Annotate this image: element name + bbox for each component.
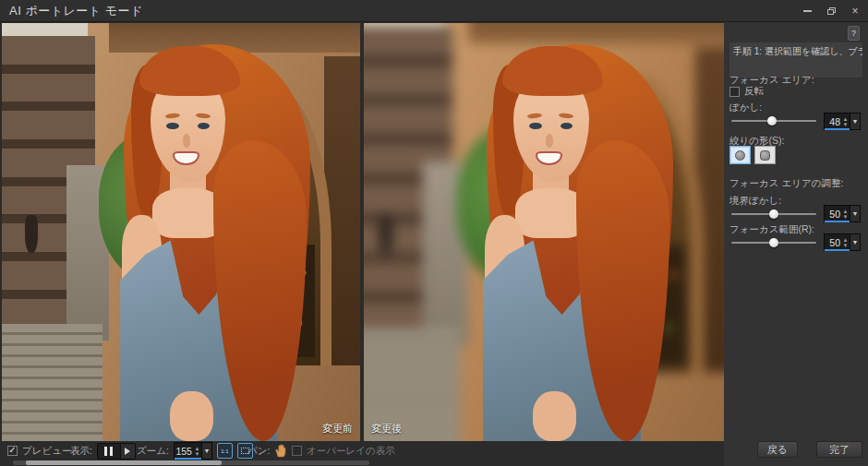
blur-value[interactable]: 48 xyxy=(825,114,841,129)
single-view-button[interactable] xyxy=(121,443,136,460)
bottom-toolbar: プレビュー 表示: ズーム: 155 ▲▼ ▼ 1:1 xyxy=(0,441,724,460)
focus-range-accent-bar xyxy=(825,249,850,251)
title-bar: AI ポートレート モード × xyxy=(0,0,868,22)
aperture-polygon-icon xyxy=(760,150,770,161)
focus-range-stepper[interactable]: ▲▼ xyxy=(841,234,850,250)
before-image-panel[interactable]: 変更前 xyxy=(2,23,360,441)
minimize-button[interactable] xyxy=(800,4,814,18)
zoom-value[interactable]: 155 xyxy=(175,443,193,459)
photo-scene xyxy=(364,23,724,441)
before-label: 変更前 xyxy=(322,422,353,436)
blur-stepper[interactable]: ▲▼ xyxy=(841,114,850,129)
scene-subject xyxy=(2,23,360,441)
single-view-icon xyxy=(125,448,130,455)
preview-checkbox[interactable] xyxy=(7,446,18,456)
blur-slider[interactable] xyxy=(731,115,816,126)
close-icon: × xyxy=(851,5,858,18)
edge-blur-dropdown[interactable]: ▼ xyxy=(850,206,860,221)
overlay-label: オーバーレイの表示 xyxy=(307,445,395,458)
zoom-stepper[interactable]: ▲▼ xyxy=(193,443,201,459)
aperture-polygon-button[interactable] xyxy=(754,146,776,164)
focus-range-slider[interactable] xyxy=(731,237,816,248)
window-controls: × xyxy=(800,0,862,22)
edge-blur-accent-bar xyxy=(825,221,850,222)
blur-dropdown[interactable]: ▼ xyxy=(850,114,860,129)
edge-blur-spinner[interactable]: 50 ▲▼ ▼ xyxy=(824,205,861,222)
focus-range-value[interactable]: 50 xyxy=(825,234,841,250)
horizontal-scrollbar-thumb[interactable] xyxy=(26,460,222,465)
horizontal-scrollbar[interactable] xyxy=(13,460,369,465)
after-image-panel[interactable]: 変更後 xyxy=(364,23,724,441)
restore-button[interactable] xyxy=(824,4,838,18)
help-button[interactable]: ? xyxy=(848,26,860,41)
zoom-spinner[interactable]: 155 ▲▼ ▼ xyxy=(174,442,212,460)
subject-nose xyxy=(183,134,190,147)
overlay-group: オーバーレイの表示 xyxy=(292,441,395,460)
invert-label: 反転 xyxy=(744,85,764,98)
subject-eye-left xyxy=(166,123,178,129)
aperture-circle-icon xyxy=(735,150,745,161)
ai-portrait-mode-dialog: AI ポートレート モード × xyxy=(0,0,868,466)
actual-size-icon: 1:1 xyxy=(221,448,228,454)
edge-blur-slider-thumb[interactable] xyxy=(769,209,778,219)
invert-checkbox[interactable] xyxy=(729,87,740,97)
dual-view-icon xyxy=(104,447,107,456)
blur-accent-bar xyxy=(825,128,850,130)
blur-spinner[interactable]: 48 ▲▼ ▼ xyxy=(824,113,861,130)
pan-hand-icon xyxy=(274,444,287,458)
close-button[interactable]: × xyxy=(848,4,862,18)
zoom-group: ズーム: 155 ▲▼ ▼ 1:1 xyxy=(137,441,253,460)
zoom-dropdown[interactable]: ▼ xyxy=(201,443,211,459)
preview-group: プレビュー xyxy=(7,441,71,460)
subject-hand xyxy=(533,391,576,441)
after-label: 変更後 xyxy=(371,422,402,436)
edge-blur-label: 境界ぼかし: xyxy=(729,195,781,208)
focus-range-slider-thumb[interactable] xyxy=(769,238,778,247)
settings-sidebar: ? 手順 1: 選択範囲を確認し、ブラシを使用してエ フォーカス エリア: 反転… xyxy=(724,22,868,466)
overlay-checkbox[interactable] xyxy=(292,446,302,456)
focus-range-label: フォーカス範囲(R): xyxy=(729,223,814,236)
scene-subject xyxy=(364,23,724,441)
subject-eye-left xyxy=(529,123,541,129)
restore-icon xyxy=(827,7,836,15)
edge-blur-slider[interactable] xyxy=(731,209,816,220)
display-label: 表示: xyxy=(70,445,92,458)
zoom-accent-bar xyxy=(175,458,201,460)
dual-view-button[interactable] xyxy=(97,443,121,460)
focus-range-spinner[interactable]: 50 ▲▼ ▼ xyxy=(824,233,861,251)
focus-adjust-label: フォーカス エリアの調整: xyxy=(729,177,843,190)
subject-hand xyxy=(170,391,213,441)
zoom-label: ズーム: xyxy=(137,445,169,458)
subject-eye-right xyxy=(198,123,210,129)
done-button[interactable]: 完了 xyxy=(816,441,862,458)
actual-size-button[interactable]: 1:1 xyxy=(217,443,233,459)
blur-slider-thumb[interactable] xyxy=(767,116,777,125)
edge-blur-stepper[interactable]: ▲▼ xyxy=(841,206,850,221)
pan-label: パン: xyxy=(247,445,270,458)
edge-blur-value[interactable]: 50 xyxy=(825,206,841,221)
back-button[interactable]: 戻る xyxy=(757,441,798,458)
aperture-circle-button[interactable] xyxy=(729,146,751,164)
dialog-title: AI ポートレート モード xyxy=(9,3,143,19)
blur-label: ぼかし: xyxy=(729,102,762,114)
pan-hand-button[interactable] xyxy=(274,444,287,458)
invert-checkbox-row[interactable]: 反転 xyxy=(729,85,764,98)
minimize-icon xyxy=(803,10,812,12)
help-icon: ? xyxy=(851,29,856,38)
subject-nose xyxy=(546,134,553,147)
pan-group: パン: xyxy=(247,441,287,460)
photo-scene xyxy=(2,23,360,441)
focus-range-dropdown[interactable]: ▼ xyxy=(850,234,860,250)
instruction-text: 手順 1: 選択範囲を確認し、ブラシを使用してエ xyxy=(729,42,862,78)
preview-label: プレビュー xyxy=(22,445,71,458)
display-group: 表示: xyxy=(70,441,136,460)
